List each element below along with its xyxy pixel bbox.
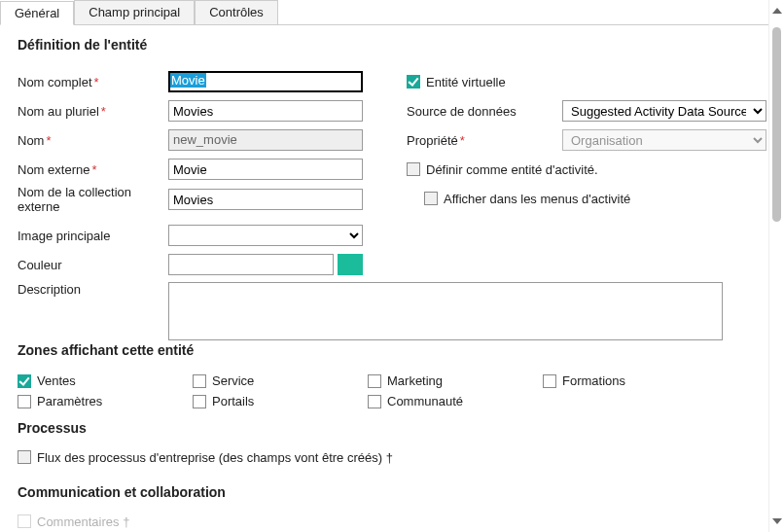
label-comments: Commentaires † <box>37 514 129 529</box>
tab-general[interactable]: Général <box>0 1 74 25</box>
scroll-arrow-up-icon[interactable] <box>772 8 782 14</box>
checkbox-training[interactable] <box>543 374 556 388</box>
label-bpf: Flux des processus d'entreprise (des cha… <box>37 450 393 465</box>
label-settings: Paramètres <box>37 394 102 408</box>
checkbox-virtual-entity[interactable] <box>407 75 420 89</box>
textarea-description[interactable] <box>168 282 723 340</box>
tab-main-field-label: Champ principal <box>89 5 180 19</box>
section-comm: Communication et collaboration <box>18 484 766 500</box>
input-display-name[interactable]: Movie <box>168 71 363 92</box>
section-process: Processus <box>18 420 766 436</box>
checkbox-community[interactable] <box>368 395 381 408</box>
label-data-source: Source de données <box>407 104 562 119</box>
label-ownership: Propriété* <box>407 133 562 148</box>
select-primary-image[interactable] <box>168 225 363 246</box>
label-training: Formations <box>562 373 625 388</box>
label-external-name: Nom externe* <box>18 162 168 177</box>
checkbox-define-activity <box>407 162 420 176</box>
checkbox-comments[interactable] <box>18 514 31 528</box>
checkbox-marketing[interactable] <box>368 374 381 388</box>
label-portals: Portails <box>212 394 254 408</box>
checkbox-bpf <box>18 450 31 464</box>
label-show-activity-menus: Afficher dans les menus d'activité <box>444 192 630 206</box>
label-display-name: Nom complet* <box>18 75 168 89</box>
label-plural-name: Nom au pluriel* <box>18 104 168 119</box>
tab-main-field[interactable]: Champ principal <box>74 0 195 24</box>
checkbox-sales[interactable] <box>18 374 31 388</box>
select-ownership: Organisation <box>562 129 766 151</box>
input-display-name-value: Movie <box>170 73 206 88</box>
tab-general-label: Général <box>15 6 59 20</box>
checkbox-portals[interactable] <box>193 395 206 408</box>
label-description: Description <box>18 282 168 297</box>
section-zones: Zones affichant cette entité <box>18 342 766 358</box>
checkbox-service[interactable] <box>193 374 206 388</box>
tab-controls-label: Contrôles <box>209 5 264 19</box>
tab-controls[interactable]: Contrôles <box>195 0 278 24</box>
checkbox-settings[interactable] <box>18 395 31 408</box>
select-data-source[interactable]: Suggested Activity Data Source <box>562 100 766 122</box>
label-community: Communauté <box>387 394 463 408</box>
label-define-activity: Définir comme entité d'activité. <box>426 162 598 177</box>
content-pane: Définition de l'entité Nom complet* Movi… <box>0 25 784 530</box>
label-virtual-entity: Entité virtuelle <box>426 75 506 89</box>
label-color: Couleur <box>18 258 168 272</box>
input-external-name[interactable] <box>168 159 363 180</box>
input-plural-name[interactable] <box>168 100 363 122</box>
scroll-arrow-down-icon[interactable] <box>772 518 782 524</box>
label-external-collection: Nom de la collection externe <box>18 185 168 214</box>
label-marketing: Marketing <box>387 373 443 388</box>
scroll-thumb[interactable] <box>772 27 781 222</box>
checkbox-show-activity-menus <box>424 192 438 205</box>
label-primary-image: Image principale <box>18 229 168 243</box>
label-service: Service <box>212 373 254 388</box>
color-swatch[interactable] <box>338 254 363 275</box>
tabs-bar: Général Champ principal Contrôles <box>0 0 784 25</box>
label-sales: Ventes <box>37 373 76 388</box>
input-name: new_movie <box>168 129 363 151</box>
input-color[interactable] <box>168 254 334 275</box>
label-name: Nom* <box>18 133 168 148</box>
section-entity-definition: Définition de l'entité <box>18 37 766 53</box>
vertical-scrollbar[interactable] <box>768 0 784 532</box>
input-external-collection[interactable] <box>168 189 363 210</box>
